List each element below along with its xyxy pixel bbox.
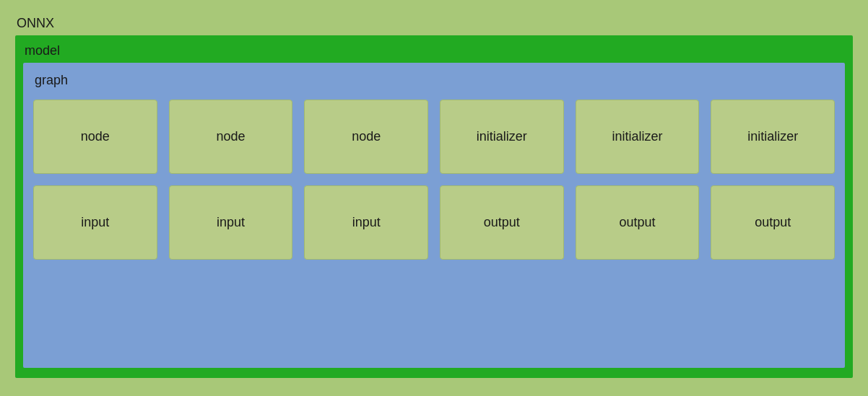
initializer-label-1: initializer — [477, 129, 527, 144]
output-item-3: output — [711, 185, 835, 260]
node-item-1: node — [33, 100, 157, 174]
output-item-1: output — [440, 185, 564, 260]
node-label-1: node — [81, 129, 110, 144]
initializer-label-3: initializer — [747, 129, 798, 144]
row2-grid: input input input output output output — [33, 185, 835, 260]
node-label-3: node — [352, 129, 381, 144]
initializer-label-2: initializer — [612, 129, 662, 144]
input-label-3: input — [352, 215, 381, 230]
input-label-2: input — [217, 215, 245, 230]
input-item-1: input — [33, 185, 157, 260]
output-label-1: output — [484, 215, 520, 230]
output-label-3: output — [755, 215, 791, 230]
row1-grid: node node node initializer initializer i… — [33, 100, 835, 174]
model-label: model — [23, 43, 845, 58]
model-container: model graph node node node initializer i… — [15, 35, 853, 378]
onnx-label: ONNX — [15, 16, 853, 31]
input-label-1: input — [81, 215, 109, 230]
node-item-3: node — [304, 100, 428, 174]
node-item-2: node — [169, 100, 293, 174]
initializer-item-2: initializer — [576, 100, 700, 174]
initializer-item-1: initializer — [440, 100, 564, 174]
graph-label: graph — [33, 73, 835, 88]
initializer-item-3: initializer — [711, 100, 835, 174]
input-item-2: input — [169, 185, 293, 260]
output-label-2: output — [619, 215, 655, 230]
graph-container: graph node node node initializer initial… — [23, 63, 845, 368]
node-label-2: node — [216, 129, 245, 144]
onnx-container: ONNX model graph node node node initiali… — [8, 9, 860, 387]
input-item-3: input — [304, 185, 428, 260]
output-item-2: output — [576, 185, 700, 260]
